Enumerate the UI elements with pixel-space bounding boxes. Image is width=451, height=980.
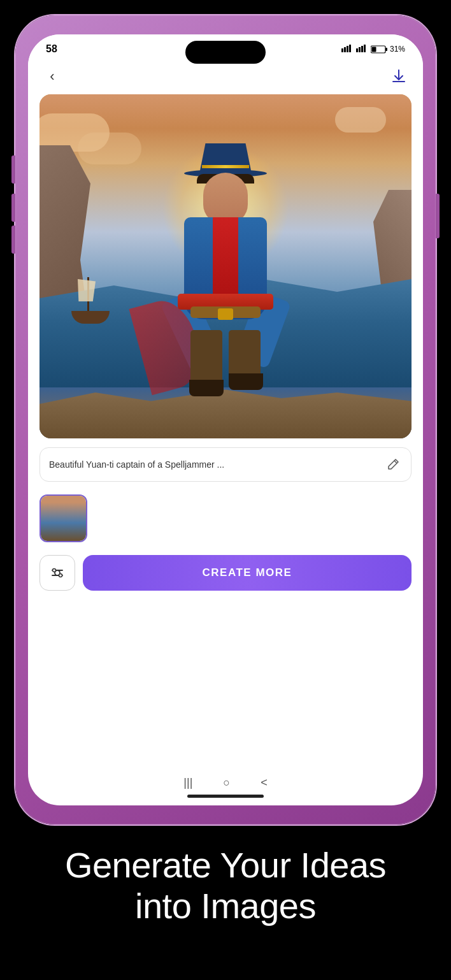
boot-left (189, 380, 224, 396)
svg-rect-2 (347, 46, 348, 52)
download-icon (390, 68, 407, 85)
svg-rect-9 (385, 48, 387, 51)
battery-icon: 31% (371, 45, 405, 54)
main-image (39, 94, 412, 438)
pirate-hat (190, 142, 261, 177)
back-chevron-icon: ‹ (50, 68, 54, 85)
svg-rect-1 (344, 47, 346, 52)
signal2-icon (356, 45, 368, 54)
prompt-area: Beautiful Yuan-ti captain of a Spelljamm… (28, 438, 423, 488)
svg-rect-5 (359, 47, 361, 52)
settings-icon (48, 564, 66, 582)
svg-point-15 (59, 574, 62, 577)
top-nav: ‹ (28, 60, 423, 94)
ship-hull (71, 311, 110, 324)
home-indicator-area: ||| ○ < (28, 600, 423, 805)
pirate-scene (39, 94, 412, 438)
nav-buttons: ||| ○ < (183, 776, 267, 789)
belt-buckle (218, 308, 233, 320)
cloud-2 (335, 107, 386, 133)
tagline-text: Generate Your Ideas into Images (65, 845, 386, 927)
pirate-head (203, 173, 248, 224)
hat-gold-trim (202, 165, 249, 168)
create-more-button[interactable]: CREATE MORE (83, 555, 412, 591)
svg-rect-6 (361, 46, 363, 52)
back-button[interactable]: ‹ (41, 65, 64, 88)
tagline-line1: Generate Your Ideas (65, 845, 386, 885)
edit-icon[interactable] (384, 456, 402, 473)
bottom-actions: CREATE MORE (28, 549, 423, 600)
home-button[interactable]: ○ (223, 776, 230, 789)
ship-sail (78, 279, 96, 301)
prompt-box[interactable]: Beautiful Yuan-ti captain of a Spelljamm… (39, 447, 412, 482)
svg-rect-10 (371, 47, 376, 52)
home-bar (187, 795, 264, 798)
svg-rect-7 (364, 45, 366, 52)
thumb-inner-1 (41, 496, 86, 541)
ship (65, 279, 116, 324)
tagline-section: Generate Your Ideas into Images (27, 825, 424, 953)
status-time: 58 (46, 43, 57, 55)
cloud-3 (78, 133, 141, 164)
thumbnail-1[interactable] (39, 494, 87, 542)
phone-screen: 58 (28, 34, 423, 805)
recents-button[interactable]: ||| (183, 776, 192, 789)
leg-left (190, 330, 222, 387)
boot-right (229, 373, 263, 390)
svg-point-14 (53, 569, 56, 572)
status-icons: 31% (341, 45, 405, 54)
settings-button[interactable] (39, 555, 75, 591)
pirate-legs (184, 330, 267, 394)
download-button[interactable] (387, 65, 410, 88)
phone-shell: 58 (15, 15, 436, 825)
tagline-line2: into Images (135, 886, 316, 926)
signal-icon (341, 45, 353, 54)
thumbnails-row (28, 488, 423, 549)
svg-rect-0 (341, 48, 343, 52)
dynamic-island (185, 41, 266, 64)
back-nav-button[interactable]: < (261, 776, 268, 789)
pirate-body (178, 217, 273, 332)
pirate-figure (155, 142, 296, 391)
svg-rect-3 (349, 45, 351, 52)
status-bar: 58 (28, 34, 423, 60)
create-more-label: CREATE MORE (203, 566, 292, 579)
prompt-text: Beautiful Yuan-ti captain of a Spelljamm… (49, 459, 384, 470)
svg-rect-4 (356, 48, 358, 52)
coat-red-inner (213, 217, 238, 306)
battery-level: 31% (390, 45, 405, 54)
